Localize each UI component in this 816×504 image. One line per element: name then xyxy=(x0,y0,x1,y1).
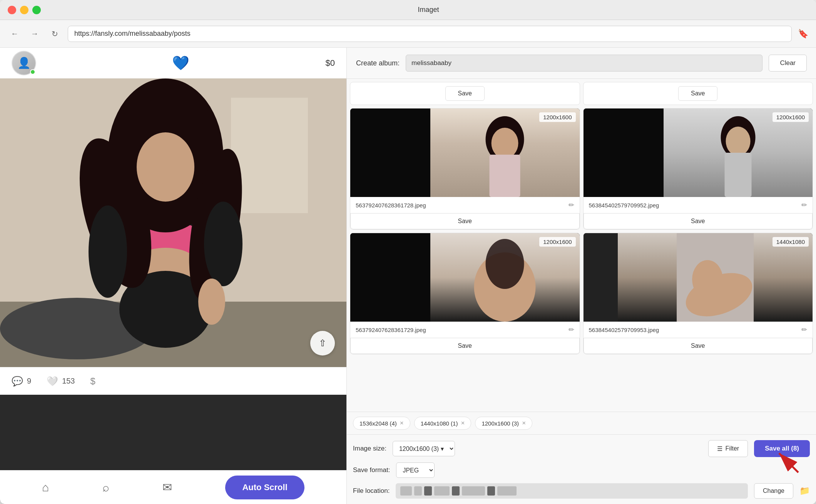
minimize-button[interactable] xyxy=(20,6,28,14)
top-save-button-1[interactable]: Save xyxy=(445,86,485,101)
filter-tag-remove-3[interactable]: × xyxy=(522,419,526,427)
post-image-bg xyxy=(0,78,346,367)
edit-icon-2[interactable]: ✏ xyxy=(801,201,807,209)
filter-tag-remove-2[interactable]: × xyxy=(461,419,465,427)
loc-seg-1 xyxy=(400,486,412,496)
filter-button-label: Filter xyxy=(726,445,739,452)
back-icon: ← xyxy=(11,29,18,38)
auto-scroll-button[interactable]: Auto Scroll xyxy=(225,476,304,499)
size-row: Image size: 1200x1600 (3) ▾ ☰ Filter Sav… xyxy=(353,440,810,457)
likes-stat: 🤍 153 xyxy=(47,376,75,387)
image-size-select[interactable]: 1200x1600 (3) ▾ xyxy=(393,441,455,456)
bottom-nav: ⌂ ⌕ ✉ Auto Scroll xyxy=(0,470,346,504)
image-thumb-1: 1200x1600 xyxy=(350,108,580,197)
svg-rect-21 xyxy=(724,153,751,197)
edit-icon-4[interactable]: ✏ xyxy=(801,325,807,334)
clear-button[interactable]: Clear xyxy=(769,55,807,72)
svg-point-23 xyxy=(486,239,524,289)
file-location-label: File location: xyxy=(353,487,390,495)
svg-point-17 xyxy=(492,128,518,159)
svg-rect-3 xyxy=(231,98,308,213)
top-save-card-1: Save xyxy=(350,82,580,105)
svg-point-15 xyxy=(198,279,225,325)
svg-point-12 xyxy=(137,132,194,202)
thumb-black-3 xyxy=(350,233,430,322)
loc-seg-4 xyxy=(434,486,450,496)
balance-display: $0 xyxy=(326,58,335,68)
bookmark-icon[interactable]: 🔖 xyxy=(798,29,808,39)
maximize-button[interactable] xyxy=(32,6,41,14)
svg-point-27 xyxy=(692,260,723,299)
image-card-2: 1200x1600 563845402579709952.jpeg ✏ Save xyxy=(583,108,813,230)
filter-tag-label-1: 1536x2048 (4) xyxy=(360,420,397,427)
svg-point-20 xyxy=(726,127,750,156)
filter-lines-icon: ☰ xyxy=(717,445,722,452)
messages-icon[interactable]: ✉ xyxy=(162,481,172,494)
top-save-card-2: Save xyxy=(583,82,813,105)
search-nav-icon[interactable]: ⌕ xyxy=(102,481,109,494)
image-filename-4: 563845402579709953.jpeg xyxy=(589,327,799,333)
filter-tag-2: 1440x1080 (1) × xyxy=(414,417,472,430)
filter-tag-1: 1536x2048 (4) × xyxy=(353,417,410,430)
album-input[interactable] xyxy=(406,55,762,72)
likes-count: 153 xyxy=(62,377,75,386)
image-thumb-2: 1200x1600 xyxy=(584,108,813,197)
close-button[interactable] xyxy=(8,6,16,14)
save-all-button[interactable]: Save all (8) xyxy=(754,440,810,457)
home-icon[interactable]: ⌂ xyxy=(42,481,49,494)
back-button[interactable]: ← xyxy=(8,27,22,41)
svg-point-14 xyxy=(204,202,242,286)
save-button-4[interactable]: Save xyxy=(584,338,813,354)
scroll-up-button[interactable]: ⇧ xyxy=(310,331,335,355)
forward-button[interactable]: → xyxy=(28,27,42,41)
thumb-black-1 xyxy=(350,108,430,197)
change-button[interactable]: Change xyxy=(754,483,793,499)
post-stats: 💬 9 🤍 153 $ xyxy=(0,367,346,395)
image-filename-1: 563792407628361728.jpeg xyxy=(356,202,565,209)
save-button-3[interactable]: Save xyxy=(350,338,580,354)
edit-icon-1[interactable]: ✏ xyxy=(569,201,574,209)
image-info-1: 563792407628361728.jpeg ✏ xyxy=(350,197,580,213)
bottom-controls: Image size: 1200x1600 (3) ▾ ☰ Filter Sav… xyxy=(347,434,816,504)
image-size-label: Image size: xyxy=(353,445,386,452)
loc-seg-5 xyxy=(452,486,460,496)
edit-icon-3[interactable]: ✏ xyxy=(569,325,574,334)
image-card-1: 1200x1600 563792407628361728.jpeg ✏ Save xyxy=(350,108,580,230)
svg-point-13 xyxy=(89,205,127,298)
refresh-icon: ↻ xyxy=(52,29,58,38)
avatar[interactable]: 👤 xyxy=(12,51,36,75)
post-container: ⇧ 💬 9 🤍 153 $ xyxy=(0,78,346,470)
top-save-button-2[interactable]: Save xyxy=(678,86,717,101)
image-dim-badge-1: 1200x1600 xyxy=(539,112,575,122)
location-row: File location: Change 📁 xyxy=(353,483,810,499)
refresh-button[interactable]: ↻ xyxy=(48,27,62,41)
image-dim-badge-3: 1200x1600 xyxy=(539,237,575,247)
image-info-3: 563792407628361729.jpeg ✏ xyxy=(350,322,580,338)
thumb-black-4 xyxy=(584,233,618,322)
loc-seg-3 xyxy=(424,486,432,496)
heart-icon: 💙 xyxy=(172,55,189,71)
post-photo-svg xyxy=(0,78,346,367)
filter-tag-label-3: 1200x1600 (3) xyxy=(482,420,519,427)
image-info-2: 563845402579709952.jpeg ✏ xyxy=(584,197,813,213)
title-bar: Imaget xyxy=(0,0,816,20)
save-button-2[interactable]: Save xyxy=(584,213,813,229)
image-info-4: 563845402579709953.jpeg ✏ xyxy=(584,322,813,338)
comments-stat: 💬 9 xyxy=(12,376,31,387)
save-button-1[interactable]: Save xyxy=(350,213,580,229)
image-card-3: 1200x1600 563792407628361729.jpeg ✏ Save xyxy=(350,233,580,354)
file-location-bar xyxy=(396,483,748,499)
album-label: Create album: xyxy=(356,59,400,67)
folder-icon[interactable]: 📁 xyxy=(799,486,810,496)
loc-seg-2 xyxy=(414,486,422,496)
fansly-panel: 👤 💙 $0 xyxy=(0,48,346,504)
address-input[interactable] xyxy=(68,26,792,42)
save-format-select[interactable]: JPEG PNG WEBP xyxy=(396,462,435,478)
filter-tag-remove-1[interactable]: × xyxy=(400,419,404,427)
image-filename-3: 563792407628361729.jpeg xyxy=(356,327,565,333)
image-dim-badge-2: 1200x1600 xyxy=(773,112,809,122)
filter-button[interactable]: ☰ Filter xyxy=(708,440,748,457)
content-area: 👤 💙 $0 xyxy=(0,48,816,504)
traffic-lights xyxy=(8,6,41,14)
svg-rect-18 xyxy=(490,155,520,197)
